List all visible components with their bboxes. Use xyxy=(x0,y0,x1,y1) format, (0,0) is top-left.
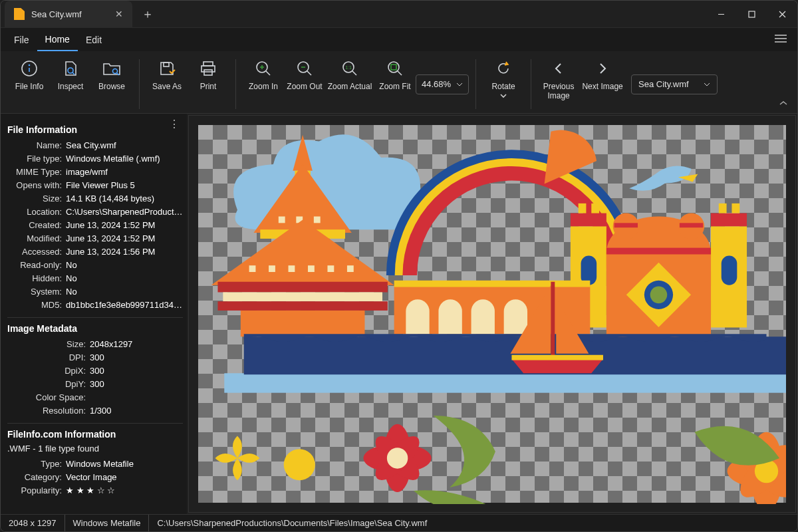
title-bar: Sea City.wmf ✕ ＋ xyxy=(1,1,797,27)
status-format: Windows Metafile xyxy=(65,515,150,531)
inspect-button[interactable]: Inspect xyxy=(50,55,91,95)
svg-line-11 xyxy=(72,72,74,74)
chevron-down-icon xyxy=(456,81,463,88)
menu-home[interactable]: Home xyxy=(37,29,78,51)
svg-rect-51 xyxy=(394,281,591,287)
browse-icon xyxy=(102,59,121,78)
image-viewer[interactable] xyxy=(188,115,796,513)
file-info-button[interactable]: File Info xyxy=(9,55,50,95)
svg-rect-65 xyxy=(269,265,275,272)
inspect-icon xyxy=(61,59,80,78)
zoom-actual-icon: 1:1 xyxy=(340,59,359,78)
svg-rect-32 xyxy=(571,213,606,227)
zoom-fit-icon xyxy=(386,59,404,78)
zoom-in-button[interactable]: Zoom In xyxy=(243,55,284,95)
file-selector-dropdown[interactable]: Sea City.wmf xyxy=(631,74,718,94)
svg-rect-60 xyxy=(217,282,387,293)
svg-rect-62 xyxy=(217,301,387,311)
image-metadata-heading: Image Metadata xyxy=(7,323,183,334)
tab-active[interactable]: Sea City.wmf ✕ xyxy=(5,1,132,27)
svg-rect-30 xyxy=(391,65,396,70)
menu-edit[interactable]: Edit xyxy=(78,29,110,51)
svg-rect-66 xyxy=(289,265,295,272)
menu-file[interactable]: File xyxy=(6,29,37,51)
next-image-button[interactable]: Next Image xyxy=(579,55,626,95)
svg-rect-58 xyxy=(314,217,321,223)
info-icon xyxy=(20,59,39,78)
svg-line-23 xyxy=(307,71,311,75)
svg-rect-68 xyxy=(327,265,334,272)
svg-rect-33 xyxy=(579,203,587,213)
svg-line-29 xyxy=(398,71,402,75)
window-maximize-button[interactable] xyxy=(736,1,767,27)
svg-line-26 xyxy=(352,71,356,75)
browse-button[interactable]: Browse xyxy=(91,55,132,95)
svg-rect-38 xyxy=(719,203,727,213)
panel-menu-icon[interactable]: ⋮ xyxy=(169,118,180,130)
zoom-out-icon xyxy=(295,59,314,78)
zoom-in-icon xyxy=(254,59,273,78)
svg-rect-37 xyxy=(711,213,747,227)
status-dimensions: 2048 x 1297 xyxy=(1,515,65,531)
zoom-out-button[interactable]: Zoom Out xyxy=(284,55,325,95)
hamburger-icon[interactable] xyxy=(775,34,787,46)
svg-rect-46 xyxy=(680,223,703,227)
save-icon xyxy=(158,59,176,78)
collapse-ribbon-button[interactable] xyxy=(779,97,788,109)
file-icon xyxy=(14,8,25,20)
fileinfo-heading: FileInfo.com Information xyxy=(7,429,183,440)
svg-rect-63 xyxy=(241,311,365,336)
new-tab-button[interactable]: ＋ xyxy=(142,6,154,22)
svg-text:1:1: 1:1 xyxy=(345,65,352,70)
svg-rect-39 xyxy=(732,203,739,213)
svg-rect-69 xyxy=(347,265,354,272)
svg-rect-15 xyxy=(203,62,213,66)
svg-rect-34 xyxy=(591,203,599,213)
svg-rect-40 xyxy=(722,255,737,285)
zoom-level-dropdown[interactable]: 44.68% xyxy=(416,74,469,94)
svg-rect-75 xyxy=(511,355,603,360)
window-minimize-button[interactable] xyxy=(706,1,736,27)
ribbon: File Info Inspect Browse Save As Print Z… xyxy=(1,51,797,114)
svg-point-81 xyxy=(387,448,408,468)
rotate-button[interactable]: Rotate xyxy=(483,55,524,105)
window-close-button[interactable] xyxy=(767,1,797,27)
svg-point-28 xyxy=(388,62,399,72)
svg-rect-61 xyxy=(223,292,382,301)
svg-rect-64 xyxy=(249,265,256,272)
svg-rect-67 xyxy=(308,265,315,272)
svg-rect-17 xyxy=(204,70,212,75)
svg-rect-56 xyxy=(279,217,285,223)
chevron-right-icon xyxy=(593,59,612,78)
chevron-left-icon xyxy=(549,59,568,78)
zoom-fit-button[interactable]: Zoom Fit xyxy=(374,55,416,95)
svg-point-9 xyxy=(29,65,31,66)
status-bar: 2048 x 1297 Windows Metafile C:\Users\Sh… xyxy=(1,514,797,531)
svg-rect-14 xyxy=(164,63,169,66)
tab-close-icon[interactable]: ✕ xyxy=(115,9,123,19)
status-path: C:\Users\SharpenedProductions\Documents\… xyxy=(149,515,435,531)
svg-rect-42 xyxy=(606,248,711,255)
tab-title: Sea City.wmf xyxy=(31,9,82,19)
svg-rect-44 xyxy=(614,223,638,227)
file-information-heading: File Information xyxy=(7,124,183,135)
svg-rect-16 xyxy=(201,66,215,72)
save-as-button[interactable]: Save As xyxy=(146,55,188,95)
svg-point-49 xyxy=(650,287,668,304)
print-button[interactable]: Print xyxy=(188,55,229,95)
svg-rect-70 xyxy=(224,373,786,392)
svg-line-19 xyxy=(266,71,270,75)
svg-point-12 xyxy=(113,69,118,74)
svg-point-76 xyxy=(284,449,315,480)
svg-point-10 xyxy=(68,68,73,73)
rotate-icon xyxy=(494,59,513,78)
svg-rect-1 xyxy=(749,11,755,17)
menu-bar: File Home Edit xyxy=(1,27,797,51)
image-content xyxy=(198,125,786,504)
info-panel: ⋮ File Information Name:Sea City.wmf Fil… xyxy=(1,114,187,514)
chevron-down-icon xyxy=(704,81,710,88)
previous-image-button[interactable]: Previous Image xyxy=(538,55,579,104)
zoom-actual-button[interactable]: 1:1 Zoom Actual xyxy=(325,55,374,95)
print-icon xyxy=(199,59,217,78)
svg-rect-74 xyxy=(551,282,555,364)
